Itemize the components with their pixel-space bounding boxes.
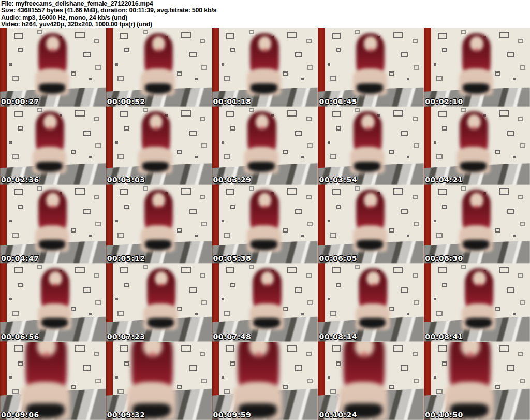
placeholder-top: [465, 318, 492, 328]
person-silhouette: [212, 107, 316, 185]
thumbnail-timestamp: 00:06:30: [425, 254, 463, 263]
video-thumbnail: 00:04:21: [424, 107, 530, 185]
video-thumbnail: 00:06:05: [318, 185, 424, 263]
placeholder-lips: [366, 127, 371, 128]
thumbnail-timestamp: 00:00:27: [1, 97, 39, 106]
placeholder-lips: [157, 206, 161, 207]
placeholder-lips: [157, 49, 161, 50]
placeholder-lips: [44, 353, 50, 355]
person-silhouette: [212, 28, 318, 107]
placeholder-lips: [369, 206, 373, 207]
person-silhouette: [318, 28, 424, 107]
thumbnail-placeholder-scene: [212, 264, 318, 342]
placeholder-top: [41, 318, 68, 328]
thumbnail-timestamp: 00:07:23: [107, 332, 145, 341]
placeholder-top: [357, 83, 383, 94]
placeholder-top: [248, 162, 274, 172]
person-silhouette: [109, 264, 212, 342]
person-silhouette: [212, 185, 318, 263]
thumbnail-placeholder-scene: [106, 28, 212, 107]
thumbnail-placeholder-scene: [0, 28, 106, 107]
thumbnail-placeholder-scene: [318, 264, 424, 342]
audio-info-line: Audio: mp3, 16000 Hz, mono, 24 kb/s (und…: [1, 15, 530, 21]
thumbnail-timestamp: 00:01:18: [213, 97, 252, 106]
thumbnail-timestamp: 00:03:29: [213, 176, 252, 184]
thumbnail-timestamp: 00:04:47: [1, 254, 39, 263]
video-info-line: Video: h264, yuv420p, 320x240, 1000.00 f…: [1, 21, 530, 28]
placeholder-lips: [260, 127, 264, 128]
video-thumbnail: 00:00:27: [0, 28, 106, 107]
thumbnail-timestamp: 00:05:12: [107, 254, 145, 263]
video-thumbnail: 00:02:10: [424, 28, 530, 107]
thumbnail-timestamp: 00:00:52: [107, 97, 145, 106]
video-thumbnail: 00:10:24: [318, 342, 424, 420]
thumbnail-timestamp: 00:02:36: [1, 176, 39, 184]
person-silhouette: [321, 264, 424, 342]
thumbnail-placeholder-scene: [0, 342, 106, 420]
placeholder-top: [148, 318, 174, 328]
thumbnail-timestamp: 00:08:14: [319, 332, 357, 341]
placeholder-lips: [468, 353, 474, 355]
video-thumbnail: 00:04:47: [0, 185, 106, 263]
placeholder-lips: [51, 49, 55, 50]
person-silhouette: [106, 107, 210, 185]
thumbnail-placeholder-scene: [424, 28, 530, 107]
thumbnail-timestamp: 00:05:38: [213, 254, 252, 263]
video-thumbnail: 00:02:36: [0, 107, 106, 185]
person-silhouette: [106, 28, 212, 107]
thumbnail-timestamp: 00:09:32: [107, 411, 145, 419]
video-thumbnail: 00:03:29: [212, 107, 318, 185]
placeholder-lips: [51, 206, 55, 207]
video-contact-sheet: File: myfreecams_delishane_female_271220…: [0, 0, 530, 420]
thumbnail-timestamp: 00:06:05: [319, 254, 357, 263]
video-thumbnail: 00:08:41: [424, 264, 530, 342]
person-silhouette: [318, 185, 424, 263]
thumbnail-placeholder-scene: [318, 185, 424, 263]
placeholder-top: [39, 83, 65, 94]
placeholder-lips: [472, 127, 476, 128]
thumbnail-placeholder-scene: [212, 28, 318, 107]
person-silhouette: [0, 28, 106, 107]
placeholder-top: [359, 318, 386, 328]
video-thumbnail: 00:01:45: [318, 28, 424, 107]
thumbnail-placeholder-scene: [424, 264, 530, 342]
thumbnail-placeholder-scene: [212, 342, 318, 420]
thumbnail-placeholder-scene: [106, 107, 212, 185]
video-thumbnail: 00:05:12: [106, 185, 212, 263]
video-thumbnail: 00:00:52: [106, 28, 212, 107]
video-thumbnail: 00:06:56: [0, 264, 106, 342]
thumbnail-placeholder-scene: [106, 264, 212, 342]
file-size-line: Size: 43681557 bytes (41.66 MiB), durati…: [1, 7, 530, 14]
video-thumbnail: 00:03:54: [318, 107, 424, 185]
thumbnail-timestamp: 00:07:48: [213, 332, 252, 341]
thumbnail-placeholder-scene: [106, 342, 212, 420]
placeholder-lips: [154, 127, 158, 128]
thumbnail-timestamp: 00:10:50: [425, 411, 463, 419]
thumbnail-placeholder-scene: [212, 185, 318, 263]
thumbnail-timestamp: 00:04:21: [425, 176, 463, 184]
thumbnail-placeholder-scene: [318, 342, 424, 420]
person-silhouette: [424, 28, 530, 107]
person-silhouette: [0, 185, 106, 263]
person-silhouette: [424, 107, 527, 185]
person-silhouette: [424, 342, 530, 420]
placeholder-top: [253, 318, 279, 328]
thumbnail-timestamp: 00:09:06: [1, 411, 39, 419]
placeholder-top: [145, 240, 171, 250]
placeholder-lips: [372, 284, 376, 285]
placeholder-lips: [150, 353, 156, 355]
placeholder-lips: [159, 284, 164, 285]
video-thumbnail: 00:06:30: [424, 185, 530, 263]
person-silhouette: [106, 342, 212, 420]
thumbnail-timestamp: 00:01:45: [319, 97, 357, 106]
placeholder-top: [36, 162, 63, 172]
placeholder-lips: [53, 284, 57, 285]
placeholder-lips: [362, 353, 368, 355]
thumbnail-placeholder-scene: [318, 28, 424, 107]
placeholder-lips: [475, 206, 479, 207]
thumbnail-placeholder-scene: [424, 342, 530, 420]
placeholder-top: [463, 83, 489, 94]
placeholder-top: [463, 240, 489, 250]
video-thumbnail: 00:10:50: [424, 342, 530, 420]
person-silhouette: [0, 342, 106, 420]
